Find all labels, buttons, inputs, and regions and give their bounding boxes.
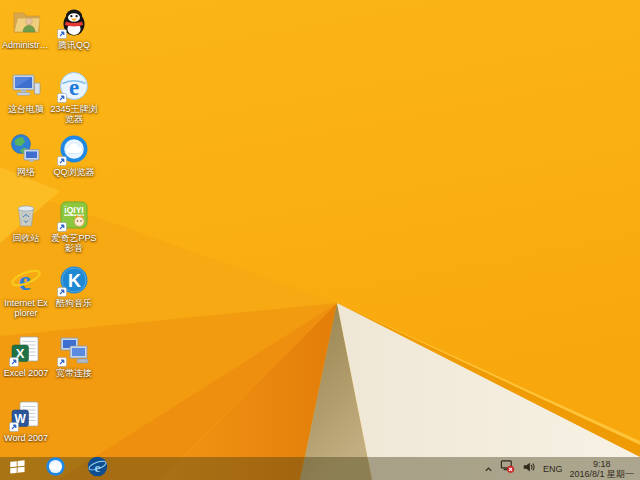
desktop-icon-label: Word 2007	[2, 433, 50, 443]
windows-logo-icon	[9, 458, 26, 479]
clock-date: 2016/8/1 星期一	[569, 469, 634, 479]
shortcut-arrow-icon	[57, 93, 67, 103]
desktop-icon-label: 酷狗音乐	[50, 298, 98, 308]
excel-icon: X	[10, 334, 42, 366]
desktop-icon-label: 腾讯QQ	[50, 40, 98, 50]
desktop-icon-label: Excel 2007	[2, 368, 50, 378]
desktop-icon-label: 爱奇艺PPS影音	[50, 233, 98, 253]
desktop-icon-2345-browser[interactable]: e 2345王牌浏览器	[50, 70, 98, 124]
start-button[interactable]	[0, 457, 34, 480]
shortcut-arrow-icon	[57, 222, 67, 232]
desktop-icon-label: Internet Explorer	[2, 298, 50, 318]
desktop-icon-broadband[interactable]: 宽带连接	[50, 334, 98, 378]
qq-penguin-icon	[58, 6, 90, 38]
desktop-icon-this-pc[interactable]: 这台电脑	[2, 70, 50, 114]
desktop-icon-internet-explorer[interactable]: e Internet Explorer	[2, 264, 50, 318]
desktop-screen: { "wallpaper": { "base_orange_top": "#FB…	[0, 0, 640, 480]
2345-browser-icon: e	[58, 70, 90, 102]
desktop-icon-label: 2345王牌浏览器	[50, 104, 98, 124]
desktop-icon-qq-browser[interactable]: QQ浏览器	[50, 133, 98, 177]
desktop-icon-recycle-bin[interactable]: 回收站	[2, 199, 50, 243]
network-status-icon[interactable]	[500, 459, 515, 478]
desktop-icon-iqiyi-pps[interactable]: iQIYI 爱奇艺PPS影音	[50, 199, 98, 253]
desktop-icon-label: 宽带连接	[50, 368, 98, 378]
taskbar: e ENG 9:18 2016/8/1 星期一	[0, 457, 640, 480]
desktop-icon-label: Administra...	[2, 40, 50, 50]
network-globe-icon	[10, 133, 42, 165]
qq-browser-icon	[58, 133, 90, 165]
shortcut-arrow-icon	[57, 29, 67, 39]
desktop-icon-label: QQ浏览器	[50, 167, 98, 177]
shortcut-arrow-icon	[9, 357, 19, 367]
user-folder-icon	[10, 6, 42, 38]
desktop-icon-excel-2007[interactable]: X Excel 2007	[2, 334, 50, 378]
taskbar-qq-browser-button[interactable]	[34, 457, 76, 480]
qq-browser-icon	[45, 456, 66, 480]
system-tray: ENG 9:18 2016/8/1 星期一	[484, 457, 640, 480]
computer-icon	[10, 70, 42, 102]
desktop-icon-label: 回收站	[2, 233, 50, 243]
volume-icon[interactable]	[522, 460, 536, 478]
shortcut-arrow-icon	[57, 156, 67, 166]
svg-text:K: K	[68, 271, 81, 291]
svg-text:e: e	[69, 75, 79, 100]
recycle-bin-icon	[10, 199, 42, 231]
desktop-icon-kugou-music[interactable]: K 酷狗音乐	[50, 264, 98, 308]
language-indicator[interactable]: ENG	[543, 464, 563, 474]
shortcut-arrow-icon	[9, 422, 19, 432]
taskbar-clock[interactable]: 9:18 2016/8/1 星期一	[569, 459, 634, 479]
desktop-icon-word-2007[interactable]: W Word 2007	[2, 399, 50, 443]
internet-explorer-icon: e	[87, 456, 108, 480]
internet-explorer-icon: e	[10, 264, 42, 296]
word-icon: W	[10, 399, 42, 431]
iqiyi-pps-icon: iQIYI	[58, 199, 90, 231]
shortcut-arrow-icon	[57, 357, 67, 367]
desktop-icon-label: 这台电脑	[2, 104, 50, 114]
svg-text:e: e	[19, 265, 31, 296]
broadband-connection-icon	[58, 334, 90, 366]
kugou-music-icon: K	[58, 264, 90, 296]
taskbar-internet-explorer-button[interactable]: e	[76, 457, 118, 480]
desktop-icon-network[interactable]: 网络	[2, 133, 50, 177]
desktop-icon-tencent-qq[interactable]: 腾讯QQ	[50, 6, 98, 50]
svg-text:iQIYI: iQIYI	[64, 205, 83, 215]
shortcut-arrow-icon	[57, 287, 67, 297]
desktop-icon-label: 网络	[2, 167, 50, 177]
tray-chevron-up-icon[interactable]	[484, 460, 493, 478]
clock-time: 9:18	[569, 459, 634, 469]
desktop-icon-administrator[interactable]: Administra...	[2, 6, 50, 50]
